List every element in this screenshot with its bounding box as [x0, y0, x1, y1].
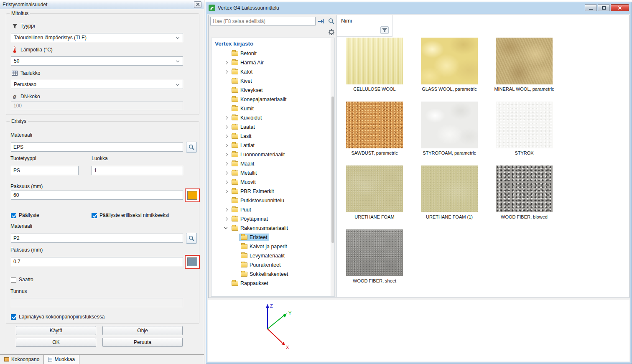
- materiaali-input[interactable]: [11, 143, 183, 152]
- tab-kokoonpano[interactable]: Kokoonpano: [0, 355, 43, 364]
- chevron-right-icon[interactable]: [223, 115, 229, 121]
- tree-root-item[interactable]: Vertex kirjasto: [212, 38, 334, 49]
- ohje-button[interactable]: Ohje: [102, 326, 183, 335]
- tree-item-pbr-esimerkit[interactable]: PBR Esimerkit: [212, 187, 334, 196]
- paallyste-erillinen-checkbox[interactable]: Päällyste erilliseksi nimikkeeksi: [92, 212, 169, 218]
- tree-item-metallit[interactable]: Metallit: [212, 168, 334, 178]
- paksuus-input[interactable]: [11, 191, 183, 200]
- material-name: SAWDUST, parametric: [338, 150, 411, 155]
- material-name: MINERAL WOOL, parametric: [487, 87, 561, 92]
- material-item[interactable]: WOOD FIBER, sheet: [346, 229, 403, 283]
- tree-item-muovit[interactable]: Muovit: [212, 178, 334, 187]
- tuotetyyppi-label: Tuotetyyppi: [10, 155, 36, 161]
- paallyste-checkbox[interactable]: Päällyste: [11, 212, 39, 218]
- ok-button[interactable]: OK: [16, 338, 96, 347]
- tree-item-maalit[interactable]: Maalit: [212, 159, 334, 168]
- checkbox-icon: [11, 314, 16, 320]
- tree-item-rakennusmateriaalit[interactable]: Rakennusmateriaalit: [212, 224, 334, 233]
- close-button[interactable]: [611, 4, 629, 11]
- tree-item-luonnonmateriaalit[interactable]: Luonnonmateriaalit: [212, 150, 334, 159]
- material-texture-woodfiber-sheet: [346, 229, 403, 276]
- chevron-right-icon[interactable]: [223, 179, 229, 185]
- lampotila-select[interactable]: 50: [11, 56, 183, 66]
- name-column-header[interactable]: Nimi: [337, 15, 392, 37]
- tree-item-eristeet[interactable]: Eristeet: [212, 233, 334, 242]
- material-item[interactable]: CELLULOSE WOOL: [346, 38, 403, 92]
- library-search-button[interactable]: [326, 17, 336, 25]
- tuotetyyppi-input[interactable]: [11, 166, 79, 175]
- paallyste-erillinen-label: Päällyste erilliseksi nimikkeeksi: [99, 212, 169, 218]
- folder-icon: [232, 281, 238, 286]
- chevron-right-icon[interactable]: [223, 216, 229, 222]
- material-item[interactable]: SAWDUST, parametric: [346, 102, 403, 155]
- chevron-right-icon[interactable]: [223, 188, 229, 194]
- tree-item-härmä-air[interactable]: Härmä Air: [212, 58, 334, 67]
- taulukko-select[interactable]: Perustaso: [11, 80, 183, 89]
- material-item[interactable]: URETHANE FOAM: [346, 165, 403, 219]
- scrollbar-thumb[interactable]: [331, 97, 334, 243]
- materiaali-search-button[interactable]: [186, 142, 197, 153]
- tree-item-kalvot-ja-paperit[interactable]: Kalvot ja paperit: [212, 242, 334, 251]
- luokka-input[interactable]: [92, 166, 183, 175]
- tree-item-betonit[interactable]: Betonit: [212, 49, 334, 58]
- tree-item-laatat[interactable]: Laatat: [212, 122, 334, 132]
- material-item[interactable]: URETHANE FOAM (1): [421, 165, 478, 219]
- tree-item-kivet[interactable]: Kivet: [212, 76, 334, 86]
- lapinakyva-checkbox[interactable]: Läpinäkyvä kokoonpanopiirustuksessa: [11, 314, 104, 320]
- tree-item-rappaukset[interactable]: Rappaukset: [212, 279, 334, 288]
- tree-item-label: Lattiat: [240, 143, 255, 148]
- tree-item-puut[interactable]: Puut: [212, 205, 334, 214]
- chevron-right-icon[interactable]: [223, 69, 229, 75]
- search-go-button[interactable]: [316, 17, 326, 25]
- chevron-right-icon[interactable]: [223, 60, 229, 66]
- tree-item-lattiat[interactable]: Lattiat: [212, 141, 334, 150]
- chevron-right-icon[interactable]: [223, 170, 229, 176]
- material-item[interactable]: STYROX: [496, 102, 553, 155]
- material-item[interactable]: GLASS WOOL, parametric: [421, 38, 478, 92]
- tree-item-lasit[interactable]: Lasit: [212, 132, 334, 141]
- paallyste-paksuus-input[interactable]: [11, 257, 183, 266]
- filter-button[interactable]: [380, 26, 389, 34]
- tree-item-levymateriaalit[interactable]: Levymateriaalit: [212, 251, 334, 260]
- eristys-color-swatch-button[interactable]: [185, 188, 200, 202]
- tyyppi-select[interactable]: Taloudellinen lämpöeristys (TLE): [11, 33, 183, 42]
- material-item[interactable]: WOOD FIBER, blowed: [496, 165, 553, 219]
- dialog-close-button[interactable]: [194, 1, 201, 8]
- window-titlebar[interactable]: Vertex G4 Laitossuunnittelu: [206, 2, 632, 13]
- tree-item-kiveykset[interactable]: Kiveykset: [212, 86, 334, 95]
- tree-item-label: Kumit: [240, 106, 254, 112]
- tree-item-pöytäpinnat[interactable]: Pöytäpinnat: [212, 214, 334, 224]
- tree-item-putkistosuunnittelu[interactable]: Putkistosuunnittelu: [212, 196, 334, 205]
- paallyste-color-swatch-button[interactable]: [185, 255, 200, 269]
- peruuta-button[interactable]: Peruuta: [102, 338, 183, 347]
- paallyste-materiaali-input[interactable]: [11, 234, 183, 243]
- material-item[interactable]: STYROFOAM, parametric: [421, 102, 478, 155]
- tree-scrollbar[interactable]: [331, 38, 334, 296]
- saatto-checkbox[interactable]: Saatto: [11, 277, 33, 283]
- chevron-down-icon[interactable]: [223, 225, 229, 231]
- library-search-input[interactable]: [210, 17, 316, 25]
- tree-item-katot[interactable]: Katot: [212, 67, 334, 76]
- chevron-right-icon[interactable]: [223, 161, 229, 167]
- paallyste-materiaali-search-button[interactable]: [186, 233, 197, 244]
- close-icon: [196, 3, 200, 6]
- tree-item-konepajamateriaalit[interactable]: Konepajamateriaalit: [212, 95, 334, 104]
- settings-gear-button[interactable]: [327, 28, 336, 36]
- tree-item-sokkelirakenteet[interactable]: Sokkelirakenteet: [212, 270, 334, 279]
- tree-item-kuvioidut[interactable]: Kuvioidut: [212, 113, 334, 122]
- tree-item-kumit[interactable]: Kumit: [212, 104, 334, 113]
- chevron-right-icon[interactable]: [223, 133, 229, 139]
- tree-item-puurakenteet[interactable]: Puurakenteet: [212, 260, 334, 270]
- tab-muokkaa[interactable]: Muokkaa: [43, 354, 79, 364]
- minimize-button[interactable]: [585, 4, 597, 11]
- chevron-right-icon[interactable]: [223, 143, 229, 148]
- chevron-right-icon[interactable]: [223, 152, 229, 158]
- model-viewport[interactable]: Z Y X: [208, 300, 629, 361]
- material-item[interactable]: MINERAL WOOL, parametric: [496, 38, 553, 92]
- dialog-titlebar[interactable]: Eristysominaisuudet: [0, 0, 204, 9]
- chevron-right-icon[interactable]: [223, 207, 229, 213]
- chevron-right-icon[interactable]: [223, 124, 229, 130]
- chevron-placeholder: [223, 97, 229, 102]
- kayta-button[interactable]: Käytä: [16, 326, 96, 335]
- maximize-button[interactable]: [598, 4, 610, 11]
